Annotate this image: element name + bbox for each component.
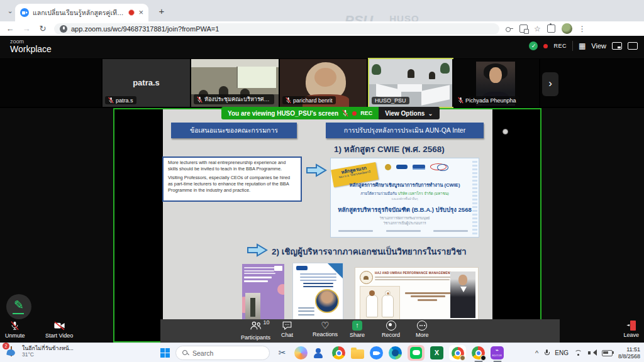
pop-out-window-icon[interactable] xyxy=(628,42,638,50)
major-2: วิชาเอกการเป็นผู้ประกอบการ xyxy=(331,221,479,226)
participant-name-chip: parichard benrit xyxy=(282,96,336,104)
chevron-down-icon: ⌄ xyxy=(428,110,433,117)
mic-muted-icon xyxy=(458,97,464,104)
start-video-button[interactable]: Start Video xyxy=(45,321,73,339)
tab-search-chevron-icon[interactable]: ⌄ xyxy=(5,6,15,16)
weather-headline: ในอีกไม่กี่วันข้างหน้... xyxy=(22,345,74,351)
record-icon xyxy=(386,321,396,331)
poster-purple-seminar xyxy=(242,264,284,322)
poster-bba-talk xyxy=(292,263,343,322)
taskbar-line-icon[interactable] xyxy=(408,345,425,361)
view-grid-icon: ▦ xyxy=(579,42,586,50)
weather-temperature: 31°C xyxy=(22,351,74,358)
taskbar-copilot-icon[interactable] xyxy=(294,346,308,359)
taskbar-clock[interactable]: 11:51 8/8/2568 xyxy=(618,346,640,360)
partner-logos xyxy=(385,163,447,170)
view-options-button[interactable]: View Options ⌄ xyxy=(379,107,440,119)
bba-program-line: หลักสูตรบริหารธุรกิจบัณฑิต (B.B.A.) ปรับ… xyxy=(331,205,479,214)
back-button[interactable]: ← xyxy=(5,24,15,33)
right-arrow-icon xyxy=(247,243,268,258)
taskbar-file-explorer-icon[interactable] xyxy=(351,349,364,359)
unmute-button[interactable]: Unmute xyxy=(5,321,25,339)
browser-menu-kebab-icon[interactable]: ⋮ xyxy=(579,25,586,33)
tab-close-icon[interactable]: × xyxy=(138,9,143,16)
volume-muted-icon[interactable]: × xyxy=(588,349,596,356)
screen: ⌄ แลกเปลี่ยนเรียนรู้หลักสูตรคู่เทียบ × +… xyxy=(0,0,644,362)
password-key-icon[interactable] xyxy=(506,26,513,31)
major-1: วิชาเอกการจัดการทรัพยากรมนุษย์ xyxy=(331,216,479,221)
mic-muted-icon xyxy=(342,109,348,117)
date: 8/8/2568 xyxy=(618,353,640,360)
next-participants-button[interactable]: › xyxy=(542,72,558,96)
tray-mic-icon[interactable] xyxy=(544,349,549,356)
browser-tab-strip: ⌄ แลกเปลี่ยนเรียนรู้หลักสูตรคู่เทียบ × +… xyxy=(0,0,644,21)
taskbar-chrome-icon[interactable] xyxy=(332,346,345,359)
view-button[interactable]: View xyxy=(591,42,606,50)
recording-label: REC xyxy=(360,110,372,116)
address-bar[interactable]: app.zoom.us/wc/94687317881/join?fromPWA=… xyxy=(54,23,499,35)
url-text: app.zoom.us/wc/94687317881/join?fromPWA=… xyxy=(71,25,219,33)
forward-button[interactable]: → xyxy=(21,24,31,33)
translate-icon[interactable] xyxy=(519,25,528,33)
encryption-shield-icon[interactable]: ✓ xyxy=(529,41,538,50)
search-label: Search xyxy=(192,349,213,357)
bookmark-star-icon[interactable]: ☆ xyxy=(534,25,541,33)
taskbar-excel-icon[interactable]: X xyxy=(430,346,443,359)
participant-name-chip: ห้องประชุมคณะบริหารศาสตร์ UBS 1 xyxy=(194,94,274,104)
annotate-button[interactable]: ✎ xyxy=(6,294,31,319)
share-button[interactable]: ↑ Share xyxy=(350,321,365,338)
participant-tile-huso-psu-active[interactable]: HUSO_PSU xyxy=(368,58,453,108)
participant-tile-patra[interactable]: patra.s patra.s xyxy=(103,59,190,107)
battery-icon[interactable] xyxy=(602,350,613,356)
participants-button[interactable]: 10 Participants xyxy=(241,321,270,341)
more-ellipsis-icon xyxy=(417,321,427,331)
time: 11:51 xyxy=(618,346,640,353)
slide-left-header: ข้อเสนอแนะของคณะกรรมการ xyxy=(171,123,297,138)
pencil-icon: ✎ xyxy=(14,299,24,312)
aunqa-logo-icon xyxy=(430,163,447,170)
weather-widget[interactable]: 2 ในอีกไม่กี่วันข้างหน้... 31°C xyxy=(5,345,74,358)
participant-tile-pichyada[interactable]: Pichyada Pheunpha xyxy=(452,59,539,107)
taskbar-editor-icon[interactable]: ⌁EDITOR xyxy=(491,346,504,359)
leave-button[interactable]: Leave xyxy=(623,321,639,338)
participant-tile-empty[interactable] xyxy=(0,59,101,107)
pip-window-icon[interactable] xyxy=(612,42,622,50)
chat-button[interactable]: Chat xyxy=(281,321,293,338)
taskbar-zoom-icon[interactable] xyxy=(370,346,383,359)
browser-tab[interactable]: แลกเปลี่ยนเรียนรู้หลักสูตรคู่เทียบ × xyxy=(15,4,148,21)
extensions-puzzle-icon[interactable] xyxy=(547,25,555,33)
poster-logo xyxy=(296,266,308,270)
search-box[interactable]: Search xyxy=(175,346,270,360)
psu-logo-icon xyxy=(396,165,408,169)
recording-label: REC xyxy=(553,43,567,49)
taskbar-snip-tool-icon[interactable]: ✂ xyxy=(275,346,289,359)
taskbar-edge-icon[interactable] xyxy=(389,346,402,359)
taskbar-chrome-profile2-icon[interactable] xyxy=(472,346,485,359)
taskbar-chrome-profile1-icon[interactable] xyxy=(449,345,466,361)
reactions-button[interactable]: ♡ Reactions xyxy=(313,321,338,337)
media-permission-icon[interactable] xyxy=(60,25,67,33)
participant-tile-parichard[interactable]: parichard benrit xyxy=(280,59,367,107)
more-button[interactable]: More xyxy=(416,321,429,338)
taskbar-people-icon[interactable] xyxy=(313,346,326,359)
language-indicator[interactable]: ENG xyxy=(555,349,569,356)
chat-bubble-icon xyxy=(282,321,292,331)
zoom-workplace-logo: zoom Workplace xyxy=(10,39,52,54)
shared-screen-frame: ข้อเสนอแนะของคณะกรรมการ การปรับปรุงหลังก… xyxy=(113,108,541,343)
profile-avatar[interactable] xyxy=(562,23,572,34)
reload-button[interactable]: ↻ xyxy=(38,24,48,33)
participant-tile-ubs-room[interactable]: ห้องประชุมคณะบริหารศาสตร์ UBS 1 xyxy=(191,59,279,107)
new-tab-button[interactable]: + xyxy=(156,6,167,16)
crest-logo-icon xyxy=(385,164,391,170)
bba-logo-icon xyxy=(413,165,425,170)
wifi-icon[interactable] xyxy=(574,350,582,356)
hidden-icons-chevron[interactable]: ^ xyxy=(535,349,538,357)
zoom-meeting-header: zoom Workplace ✓ REC ▦ View xyxy=(0,36,644,58)
record-button[interactable]: Record xyxy=(382,321,400,338)
mic-muted-icon xyxy=(10,321,19,331)
mosque-icon xyxy=(360,271,373,284)
mic-muted-icon xyxy=(286,97,291,104)
zoom-favicon-icon xyxy=(20,8,29,17)
mic-muted-icon xyxy=(197,96,203,103)
start-button[interactable] xyxy=(160,348,170,358)
